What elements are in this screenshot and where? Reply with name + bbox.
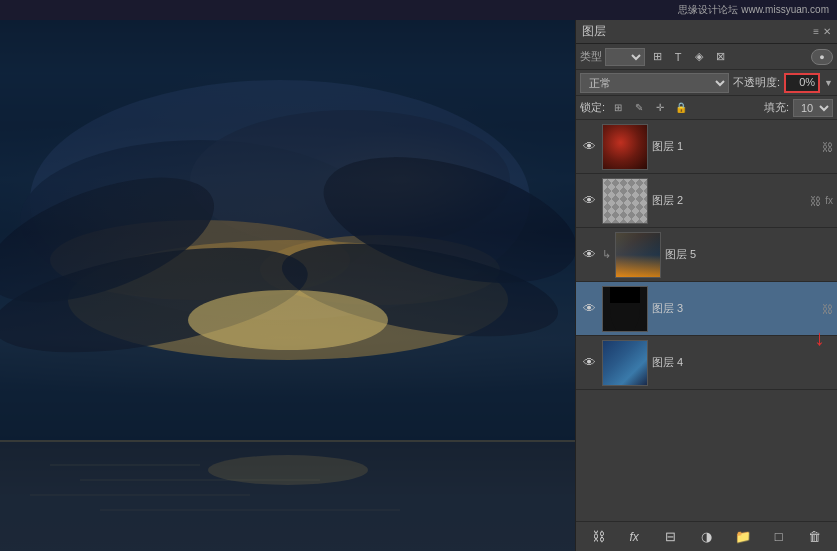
search-filter-icon3[interactable]: ◈ [690,48,708,66]
lock-all-icon[interactable]: 🔒 [672,99,690,117]
layer-2-name: 图层 2 [652,193,806,208]
layer-item-2[interactable]: 👁 图层 2 ⛓ fx [576,174,837,228]
panel-close-icon[interactable]: ✕ [823,26,831,37]
panel-header-icons: ≡ ✕ [813,26,831,37]
layer-1-thumbnail [602,124,648,170]
lock-row: 锁定: ⊞ ✎ ✛ 🔒 填充: 100% [576,96,837,120]
opacity-value[interactable]: 0% [784,73,820,93]
fill-label: 填充: [764,100,789,115]
search-row: 类型 ⊞ T ◈ ⊠ ● [576,44,837,70]
layer-4-thumbnail [602,340,648,386]
watermark-bar: 思缘设计论坛 www.missyuan.com [0,0,837,20]
lock-transparent-icon[interactable]: ⊞ [609,99,627,117]
search-filter-icon4[interactable]: ⊠ [711,48,729,66]
svg-rect-19 [603,287,648,332]
layer-3-thumbnail [602,286,648,332]
layer-4-visibility[interactable]: 👁 [580,354,598,372]
watermark-text: 思缘设计论坛 www.missyuan.com [678,3,829,17]
layer-item-1[interactable]: 👁 图层 1 ⛓ [576,120,837,174]
layer-1-name: 图层 1 [652,139,818,154]
svg-rect-13 [0,440,575,442]
layer-5-indent: ↳ [602,248,611,261]
lock-label: 锁定: [580,100,605,115]
search-filter-toggle[interactable]: ● [811,49,833,65]
layer-item-3[interactable]: 👁 图层 3 ⛓ ↓ [576,282,837,336]
search-filter-icon2[interactable]: T [669,48,687,66]
layer-2-visibility[interactable]: 👁 [580,192,598,210]
canvas-area [0,20,575,551]
delete-layer-button[interactable]: 🗑 [804,526,826,548]
svg-point-11 [188,290,388,350]
layer-item-4[interactable]: 👁 图层 4 [576,336,837,390]
opacity-label: 不透明度: [733,75,780,90]
layer-2-fx: fx [825,195,833,206]
canvas-image [0,20,575,551]
search-filter-icon1[interactable]: ⊞ [648,48,666,66]
sky-svg [0,20,575,551]
layer-3-visibility[interactable]: 👁 [580,300,598,318]
add-mask-button[interactable]: ⊟ [659,526,681,548]
svg-point-20 [609,293,637,325]
panel-title: 图层 [582,23,606,40]
panel-header: 图层 ≡ ✕ [576,20,837,44]
search-type-dropdown[interactable] [605,48,645,66]
layer-5-name: 图层 5 [665,247,833,262]
search-type-label: 类型 [580,49,602,64]
opacity-dropdown-arrow[interactable]: ▼ [824,78,833,88]
link-layers-button[interactable]: ⛓ [587,526,609,548]
layer-2-thumbnail [602,178,648,224]
bottom-toolbar: ⛓ fx ⊟ ◑ 📁 □ 🗑 [576,521,837,551]
layer-1-link-icon[interactable]: ⛓ [822,141,833,153]
svg-point-21 [619,293,639,317]
lock-icons: ⊞ ✎ ✛ 🔒 [609,99,690,117]
layer-list: 👁 图层 1 ⛓ 👁 图层 2 ⛓ fx 👁 ↳ 图层 5 👁 [576,120,837,521]
new-group-button[interactable]: 📁 [732,526,754,548]
mask-svg [603,287,648,332]
add-fx-button[interactable]: fx [623,526,645,548]
lock-position-icon[interactable]: ✛ [651,99,669,117]
opacity-row: 正常 不透明度: 0% ▼ [576,70,837,96]
layers-panel: 图层 ≡ ✕ 类型 ⊞ T ◈ ⊠ ● 正常 不透明度: 0% ▼ 锁定: ⊞ … [575,20,837,551]
layer-1-visibility[interactable]: 👁 [580,138,598,156]
layer-item-5[interactable]: 👁 ↳ 图层 5 [576,228,837,282]
arrow-indicator: ↓ [814,327,825,349]
new-layer-button[interactable]: □ [768,526,790,548]
lock-pixels-icon[interactable]: ✎ [630,99,648,117]
layer-3-name: 图层 3 [652,301,818,316]
new-adjustment-button[interactable]: ◑ [695,526,717,548]
svg-point-18 [208,455,368,485]
panel-menu-icon[interactable]: ≡ [813,26,819,37]
layer-5-visibility[interactable]: 👁 [580,246,598,264]
fill-value-dropdown[interactable]: 100% [793,99,833,117]
layer-3-link-icon[interactable]: ⛓ [822,303,833,315]
layer-4-name: 图层 4 [652,355,833,370]
layer-5-thumbnail [615,232,661,278]
blend-mode-dropdown[interactable]: 正常 [580,73,729,93]
layer-2-link-icon[interactable]: ⛓ [810,195,821,207]
